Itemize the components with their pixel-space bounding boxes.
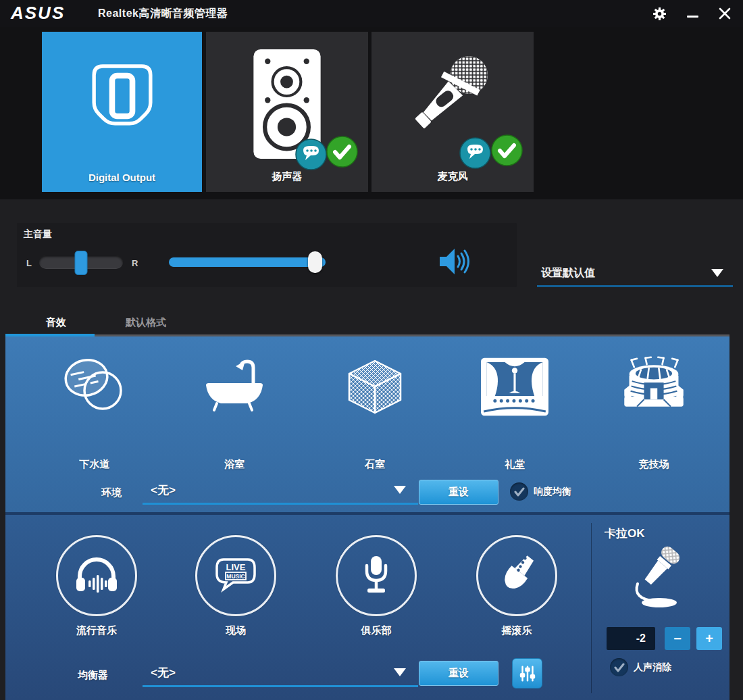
env-item-auditorium[interactable]: 礼堂 (464, 355, 565, 457)
chevron-down-icon (394, 668, 406, 676)
eq-preset-label: 现场 (185, 624, 286, 637)
electric-guitar-icon (492, 551, 542, 601)
equalizer-label: 均衡器 (78, 669, 108, 682)
env-item-stoneroom[interactable]: 石室 (324, 355, 426, 457)
eq-preset-label: 摇滚乐 (466, 624, 567, 637)
speaker-volume-icon (439, 247, 471, 276)
loudness-equalization-checkbox[interactable] (510, 482, 528, 501)
eq-preset-ring: LIVE MUSIC (195, 535, 276, 616)
live-text: LIVE (226, 562, 246, 572)
device-tile-label: Digital Output (42, 172, 202, 183)
volume-mute-toggle[interactable] (439, 247, 471, 278)
close-button[interactable] (717, 6, 732, 21)
eq-preset-ring (336, 535, 417, 616)
balance-right-label: R (132, 258, 138, 268)
tab-sound-effects[interactable]: 音效 (46, 316, 66, 329)
chevron-down-icon (711, 269, 723, 277)
env-label: 竞技场 (603, 458, 704, 471)
digital-output-icon (82, 56, 162, 136)
environment-reset-button[interactable]: 重设 (419, 480, 498, 505)
eq-preset-pop[interactable]: 流行音乐 (46, 535, 147, 637)
main-volume-panel: 主音量 L R (17, 223, 517, 287)
stone-room-cube-icon (341, 355, 409, 420)
auditorium-stage-icon (481, 355, 548, 420)
eq-preset-label: 俱乐部 (326, 624, 427, 637)
minimize-button[interactable] (686, 9, 700, 19)
equalizer-section: 流行音乐 LIVE MUSIC 现场 (5, 512, 729, 700)
karaoke-title: 卡拉OK (605, 526, 645, 541)
titlebar: ASUS Realtek高清晰音频管理器 (0, 0, 743, 27)
karaoke-key-up-button[interactable]: + (696, 627, 722, 650)
env-label: 浴室 (184, 458, 285, 471)
eq-preset-ring (56, 535, 137, 616)
desk-microphone-icon (613, 542, 691, 613)
vocal-removal-label: 人声消除 (634, 661, 671, 674)
equalizer-reset-button[interactable]: 重设 (419, 661, 498, 686)
loudness-equalization-label: 响度均衡 (534, 486, 571, 498)
microphone-icon (402, 48, 503, 149)
equalizer-settings-button[interactable] (512, 658, 542, 689)
studio-microphone-icon (351, 551, 401, 601)
environment-label: 环境 (101, 486, 122, 499)
karaoke-key-value: -2 (607, 627, 655, 650)
device-tile-digital-output[interactable]: Digital Output (42, 32, 202, 192)
tab-default-format[interactable]: 默认格式 (126, 316, 166, 329)
enabled-check-badge (326, 136, 358, 170)
chat-bubble-badge (459, 137, 491, 172)
section-divider (591, 523, 592, 693)
main-volume-title: 主音量 (24, 228, 52, 241)
equalizer-sliders-icon (518, 664, 537, 683)
karaoke-key-down-button[interactable]: − (665, 627, 690, 650)
live-music-bubble-icon: LIVE MUSIC (210, 550, 261, 601)
chevron-down-icon (394, 486, 406, 494)
env-item-bathroom[interactable]: 浴室 (184, 355, 285, 457)
set-default-label: 设置默认值 (541, 266, 595, 280)
window-controls (651, 0, 732, 27)
vocal-removal-checkbox[interactable] (610, 658, 628, 676)
chat-bubble-badge (295, 139, 327, 173)
env-label: 礼堂 (464, 458, 565, 471)
arena-stadium-icon (620, 355, 688, 420)
balance-left-label: L (26, 258, 32, 268)
eq-preset-live[interactable]: LIVE MUSIC 现场 (185, 535, 286, 637)
eq-preset-label: 流行音乐 (46, 624, 147, 637)
settings-button[interactable] (651, 5, 668, 22)
headphones-icon (72, 551, 122, 601)
eq-preset-club[interactable]: 俱乐部 (326, 535, 427, 637)
enabled-check-badge (491, 134, 523, 169)
bathtub-icon (201, 355, 268, 420)
balance-slider[interactable] (39, 255, 123, 269)
sound-effects-panel: 下水道 浴室 (5, 336, 729, 700)
env-item-sewer[interactable]: 下水道 (44, 355, 145, 457)
device-tile-microphone[interactable]: 麦克风 (372, 32, 534, 192)
asus-logo-text: ASUS (10, 5, 65, 22)
window-title: Realtek高清晰音频管理器 (98, 7, 228, 21)
close-icon (719, 7, 731, 20)
device-strip: Digital Output (0, 27, 743, 199)
music-text: MUSIC (226, 573, 245, 580)
asus-logo: ASUS (9, 5, 89, 25)
env-item-arena[interactable]: 竞技场 (603, 355, 704, 457)
device-tile-label: 麦克风 (372, 170, 534, 183)
eq-preset-ring (476, 535, 557, 616)
sewer-pipe-icon (61, 355, 128, 420)
environment-dropdown-value: <无> (151, 482, 176, 498)
volume-slider[interactable] (169, 257, 326, 267)
minimize-icon (687, 16, 698, 18)
env-label: 石室 (324, 458, 426, 471)
realtek-audio-manager-window: ASUS Realtek高清晰音频管理器 (0, 0, 743, 700)
volume-knob[interactable] (308, 251, 322, 273)
equalizer-dropdown-value: <无> (151, 665, 176, 680)
tab-bar: 音效 默认格式 (5, 311, 729, 336)
balance-knob[interactable] (75, 251, 88, 275)
environment-dropdown[interactable]: <无> (143, 480, 418, 505)
equalizer-dropdown[interactable]: <无> (143, 662, 418, 687)
device-tile-label: 扬声器 (206, 170, 368, 183)
environment-section: 下水道 浴室 (5, 336, 729, 512)
check-icon (614, 663, 625, 672)
check-icon (514, 487, 525, 497)
device-tile-speakers[interactable]: 扬声器 (206, 32, 368, 192)
karaoke-mic (613, 542, 691, 616)
eq-preset-rock[interactable]: 摇滚乐 (466, 535, 567, 637)
set-default-dropdown[interactable]: 设置默认值 (537, 265, 733, 287)
